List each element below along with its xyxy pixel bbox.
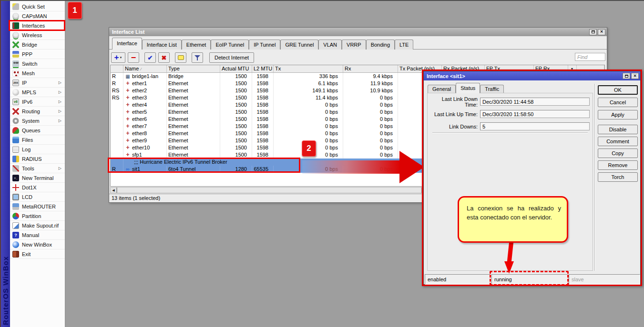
sidebar-item-queues[interactable]: Queues: [10, 126, 65, 135]
tab-ethernet[interactable]: Ethernet: [182, 40, 211, 50]
sidebar-item-dot1x[interactable]: Dot1X: [10, 183, 65, 192]
sidebar-item-capsman[interactable]: CAPsMAN: [10, 11, 65, 21]
sidebar-item-wireless[interactable]: Wireless: [10, 30, 65, 40]
sidebar-item-label: MetaROUTER: [22, 204, 56, 209]
tab-vrrp[interactable]: VRRP: [342, 40, 366, 50]
sidebar-item-label: Dot1X: [22, 185, 37, 190]
table-cell: Ethernet: [167, 123, 220, 130]
maximize-button[interactable]: [589, 29, 597, 35]
dialog-tab-general[interactable]: General: [428, 85, 456, 93]
sidebar-item-make-supout-rif[interactable]: Make Supout.rif: [10, 221, 65, 230]
tab-bonding[interactable]: Bonding: [366, 40, 395, 50]
filter-button[interactable]: [192, 52, 203, 63]
apply-button[interactable]: Apply: [598, 110, 638, 119]
sidebar-item-tools[interactable]: Tools▷: [10, 164, 65, 173]
dialog-close-button[interactable]: ✕: [631, 73, 639, 79]
sidebar-item-switch[interactable]: Switch: [10, 59, 65, 69]
tab-interface-list[interactable]: Interface List: [142, 40, 182, 50]
tools-icon: [12, 165, 19, 172]
comment-button[interactable]: Comment: [598, 137, 638, 146]
column-header-rx[interactable]: Rx: [343, 65, 398, 72]
tab-interface[interactable]: Interface: [112, 38, 142, 50]
sidebar-item-files[interactable]: Files: [10, 135, 65, 145]
table-cell: Ethernet: [167, 116, 220, 123]
scroll-left-icon[interactable]: ◀: [111, 188, 117, 193]
dialog-maximize-button[interactable]: [623, 73, 630, 79]
table-cell: 1500: [220, 137, 252, 144]
sidebar-item-label: LCD: [22, 194, 32, 200]
tab-eoip-tunnel[interactable]: EoIP Tunnel: [211, 40, 249, 50]
torch-button[interactable]: Torch: [598, 172, 638, 182]
last-link-up-time-field[interactable]: Dec/30/2020 11:58:50: [480, 110, 590, 118]
sidebar-item-metarouter[interactable]: MetaROUTER: [10, 202, 65, 211]
sidebar-item-ipv6[interactable]: IPv6▷: [10, 97, 65, 107]
column-header-tx[interactable]: Tx: [274, 65, 343, 72]
column-header-name[interactable]: Name∕: [123, 65, 167, 72]
sidebar-item-routing[interactable]: Routing▷: [10, 107, 65, 116]
column-header-actual-mtu[interactable]: Actual MTU: [220, 65, 252, 72]
sidebar-item-new-winbox[interactable]: New WinBox: [10, 240, 65, 249]
sidebar-item-bridge[interactable]: Bridge: [10, 40, 65, 50]
tab-ip-tunnel[interactable]: IP Tunnel: [249, 40, 280, 50]
sidebar-item-ppp[interactable]: PPP: [10, 50, 65, 59]
sidebar-item-quick-set[interactable]: Quick Set: [10, 2, 65, 11]
remove-button[interactable]: −: [128, 52, 139, 63]
sidebar-item-manual[interactable]: Manual: [10, 230, 65, 240]
sidebar-item-partition[interactable]: Partition: [10, 211, 65, 221]
interface-list-titlebar[interactable]: Interface List ✕: [109, 28, 607, 36]
close-button[interactable]: ✕: [598, 29, 605, 35]
search-input[interactable]: [575, 53, 605, 61]
scrollbar-thumb[interactable]: [117, 188, 422, 193]
detect-internet-button[interactable]: Detect Internet: [209, 52, 254, 63]
table-cell: 1598: [252, 109, 274, 116]
cancel-button[interactable]: Cancel: [598, 98, 638, 107]
add-button[interactable]: +▼: [111, 52, 125, 63]
sidebar-item-lcd[interactable]: LCD: [10, 192, 65, 202]
close-icon: ✕: [634, 74, 637, 78]
enable-button[interactable]: ✔: [144, 52, 156, 63]
sidebar-item-label: New WinBox: [22, 242, 52, 248]
remove-button[interactable]: Remove: [598, 160, 638, 170]
sidebar-item-exit[interactable]: Exit: [10, 249, 65, 259]
sidebar-item-log[interactable]: Log: [10, 145, 65, 154]
column-header-flags[interactable]: [111, 65, 123, 72]
sidebar-item-system[interactable]: System▷: [10, 116, 65, 126]
table-cell: 1598: [252, 94, 274, 101]
table-cell: RS: [111, 94, 123, 101]
copy-button[interactable]: Copy: [598, 149, 638, 158]
dialog-titlebar[interactable]: Interface <sit1> ✕: [424, 71, 640, 80]
tab-lte[interactable]: LTE: [395, 40, 413, 50]
ok-button[interactable]: OK: [598, 85, 638, 95]
table-cell: R: [111, 73, 123, 80]
sidebar-item-new-terminal[interactable]: New Terminal: [10, 173, 65, 183]
filter-funnel-icon: [194, 55, 201, 61]
column-header-l2-mtu[interactable]: L2 MTU: [252, 65, 274, 72]
sidebar-item-mpls[interactable]: MPLS▷: [10, 88, 65, 97]
table-cell: ether2: [123, 87, 167, 94]
disable-button[interactable]: Disable: [598, 125, 638, 134]
slave-status: slave: [569, 274, 640, 285]
sidebar-item-label: Mesh: [22, 70, 35, 76]
sidebar-item-label: Queues: [22, 128, 41, 133]
table-cell: ether10: [123, 144, 167, 151]
ethernet-row-icon: [125, 123, 131, 130]
winbox-side-banner: RouterOS WinBox: [1, 1, 10, 327]
maximize-icon: [592, 30, 595, 33]
sidebar-item-mesh[interactable]: Mesh: [10, 69, 65, 78]
disable-button[interactable]: ✖: [158, 52, 170, 63]
column-header-type[interactable]: Type: [167, 65, 220, 72]
ethernet-row-icon: [125, 137, 131, 144]
dialog-tab-traffic[interactable]: Traffic: [480, 85, 504, 93]
link-downs-field[interactable]: 5: [480, 122, 590, 130]
submenu-arrow-icon: ▷: [59, 166, 61, 170]
sidebar-item-radius[interactable]: RADIUS: [10, 154, 65, 164]
last-link-down-time-field[interactable]: Dec/30/2020 11:44:58: [480, 98, 590, 106]
table-cell: ether9: [123, 137, 167, 144]
comment-button[interactable]: [175, 52, 186, 63]
sidebar-item-label: Wireless: [22, 32, 42, 38]
dialog-tab-status[interactable]: Status: [456, 83, 480, 93]
table-cell: [111, 123, 123, 130]
sidebar-item-ip[interactable]: IP▷: [10, 78, 65, 88]
tab-gre-tunnel[interactable]: GRE Tunnel: [280, 40, 318, 50]
tab-vlan[interactable]: VLAN: [318, 40, 342, 50]
